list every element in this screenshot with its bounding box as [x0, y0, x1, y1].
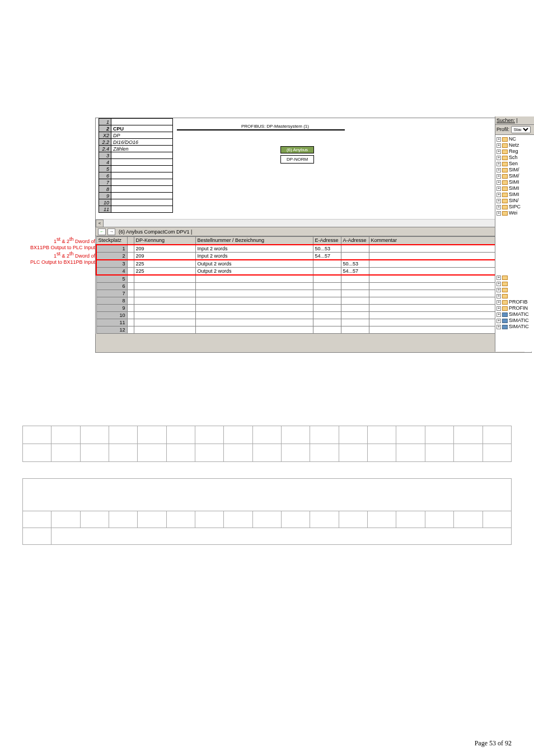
slot-config-row[interactable]: 11	[96, 319, 523, 326]
anybus-slave-node[interactable]: (6) Anybus DP-NORM	[280, 146, 314, 164]
expand-icon[interactable]: +	[496, 174, 501, 179]
folder-icon	[502, 180, 508, 185]
rack-slot-row[interactable]: 10	[99, 199, 173, 206]
label-row3: 1st & 2th Dword of	[22, 251, 95, 259]
tree-item[interactable]: +Wei	[496, 210, 533, 216]
cell-icon	[127, 260, 134, 268]
nav-back-button[interactable]: ←	[98, 228, 106, 235]
rack-slot-row[interactable]: 4	[99, 159, 173, 166]
rack-diagram-pane[interactable]: 12CPUX2DP2.2DI16/DO162.4Zählen3456789101…	[96, 118, 531, 227]
slot-config-table[interactable]: Steckplatz DP-Kennung Bestellnummer / Be…	[96, 236, 524, 334]
rack-slot-row[interactable]: X2DP	[99, 132, 173, 139]
tree-item[interactable]: +Reg	[496, 148, 533, 155]
cell-icon	[127, 319, 134, 326]
tree-item[interactable]: +SIMATIC	[496, 311, 533, 318]
expand-icon[interactable]: +	[496, 137, 501, 142]
slot-config-row[interactable]: 12	[96, 326, 523, 333]
tree-item[interactable]: +SIMATIC	[496, 318, 533, 324]
expand-icon[interactable]: +	[496, 294, 501, 298]
rack-table[interactable]: 12CPUX2DP2.2DI16/DO162.4Zählen3456789101…	[99, 118, 173, 213]
expand-icon[interactable]: +	[496, 276, 501, 280]
expand-icon[interactable]: +	[496, 325, 501, 329]
tree-item[interactable]: +PROFIN	[496, 305, 533, 311]
rack-slot-row[interactable]: 2CPU	[99, 125, 173, 132]
rack-slot-row[interactable]: 3	[99, 152, 173, 159]
cell-icon	[127, 252, 134, 260]
slot-config-row[interactable]: 9	[96, 304, 523, 311]
catalog-tree-lower[interactable]: +++++PROFIB+PROFIN+SIMATIC+SIMATIC+SIMAT…	[495, 273, 534, 331]
expand-icon[interactable]: +	[496, 162, 501, 166]
tree-item[interactable]: +	[496, 293, 533, 299]
cell-a-adresse: 50...53	[341, 260, 369, 268]
expand-icon[interactable]: +	[496, 150, 501, 154]
expand-icon[interactable]: +	[496, 319, 501, 323]
tree-item[interactable]: +Sch	[496, 155, 533, 161]
cell-bezeichnung: Output 2 words	[195, 260, 313, 268]
rack-slot-row[interactable]: 8	[99, 186, 173, 193]
tree-label: SIMI	[509, 179, 519, 185]
tree-item[interactable]: +PROFIB	[496, 299, 533, 305]
slot-config-row[interactable]: 4225Output 2 words54...57	[96, 267, 523, 275]
expand-icon[interactable]: +	[496, 205, 501, 209]
cell-steckplatz: 4	[96, 267, 127, 275]
tree-item[interactable]: +Netz	[496, 142, 533, 148]
expand-icon[interactable]: +	[496, 312, 501, 317]
tree-item[interactable]: +SIPC	[496, 204, 533, 210]
tree-item[interactable]: +SIN/	[496, 198, 533, 204]
folder-icon	[502, 294, 508, 298]
tree-item[interactable]: +SIMI	[496, 185, 533, 192]
profile-select[interactable]: Stand	[511, 126, 531, 133]
tree-item[interactable]: +	[496, 287, 533, 293]
tree-item[interactable]: +SIM/	[496, 167, 533, 173]
expand-icon[interactable]: +	[496, 282, 501, 286]
tree-item[interactable]: +	[496, 274, 533, 281]
rack-slot-row[interactable]: 2.4Zählen	[99, 146, 173, 152]
tree-item[interactable]: +NC	[496, 136, 533, 142]
expand-icon[interactable]: +	[496, 193, 501, 197]
slot-config-row[interactable]: 2209Input 2 words54...57	[96, 252, 523, 260]
cell-bezeichnung	[195, 304, 313, 311]
profibus-bus-line[interactable]	[177, 129, 345, 130]
tree-item[interactable]: +SIMI	[496, 179, 533, 185]
expand-icon[interactable]: +	[496, 168, 501, 172]
slot-config-row[interactable]: 10	[96, 311, 523, 319]
expand-icon[interactable]: +	[496, 180, 501, 185]
rack-slot-row[interactable]: 1	[99, 119, 173, 125]
rack-slot-module	[111, 166, 173, 172]
folder-icon	[502, 211, 508, 216]
expand-icon[interactable]: +	[496, 300, 501, 305]
expand-icon[interactable]: +	[496, 288, 501, 292]
tree-item[interactable]: +	[496, 281, 533, 287]
tree-item[interactable]: +Sen	[496, 161, 533, 167]
catalog-tree-upper[interactable]: +NC+Netz+Reg+Sch+Sen+SIM/+SIM/+SIMI+SIMI…	[495, 135, 534, 217]
scroll-left-button[interactable]: <	[96, 220, 104, 227]
rack-slot-row[interactable]: 2.2DI16/DO16	[99, 139, 173, 146]
tree-item[interactable]: +SIM/	[496, 173, 533, 179]
rack-slot-row[interactable]: 6	[99, 172, 173, 179]
expand-icon[interactable]: +	[496, 156, 501, 160]
slot-config-row[interactable]: 1209Input 2 words50...53	[96, 245, 523, 253]
scrollbar-horizontal[interactable]: < >	[96, 219, 524, 227]
expand-icon[interactable]: +	[496, 199, 501, 203]
rack-slot-number: 7	[99, 179, 111, 186]
label-row1: 1st & 2th Dword of	[22, 236, 95, 245]
slot-config-row[interactable]: 7	[96, 290, 523, 297]
tree-label: Reg	[509, 148, 518, 154]
rack-slot-row[interactable]: 11	[99, 206, 173, 213]
slot-config-row[interactable]: 3225Output 2 words50...53	[96, 260, 523, 268]
rack-slot-row[interactable]: 9	[99, 193, 173, 199]
slot-config-row[interactable]: 8	[96, 297, 523, 304]
rack-slot-row[interactable]: 7	[99, 179, 173, 186]
expand-icon[interactable]: +	[496, 186, 501, 191]
cell-steckplatz: 7	[96, 290, 127, 297]
nav-forward-button[interactable]: →	[107, 228, 115, 235]
expand-icon[interactable]: +	[496, 306, 501, 311]
slot-config-row[interactable]: 5	[96, 275, 523, 283]
tree-item[interactable]: +SIMI	[496, 192, 533, 198]
tree-item[interactable]: +SIMATIC	[496, 324, 533, 330]
expand-icon[interactable]: +	[496, 211, 501, 216]
expand-icon[interactable]: +	[496, 143, 501, 148]
hardware-catalog-panel[interactable]: Suchen: | Profil: Stand +NC+Netz+Reg+Sch…	[495, 116, 534, 352]
slot-config-row[interactable]: 6	[96, 282, 523, 290]
rack-slot-row[interactable]: 5	[99, 166, 173, 172]
